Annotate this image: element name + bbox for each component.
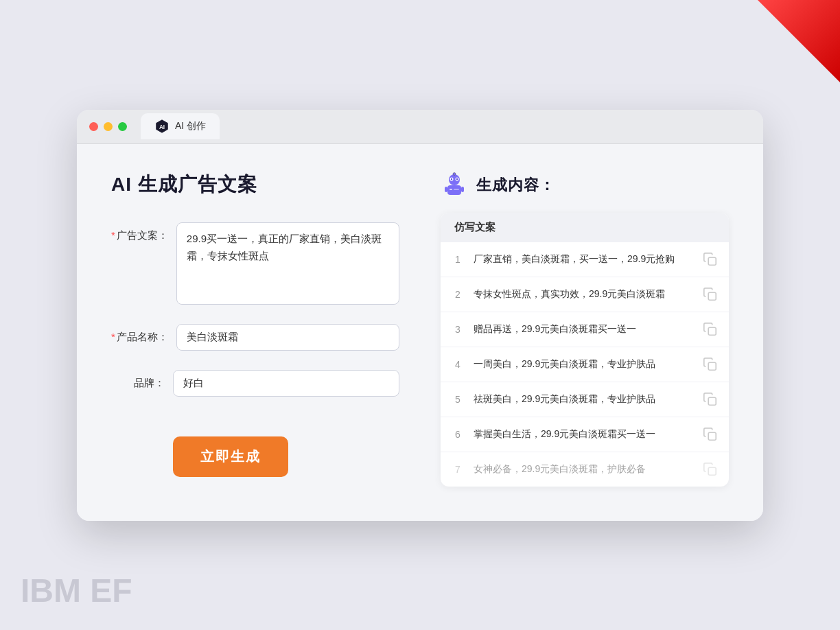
copy-icon[interactable]	[703, 462, 718, 477]
result-rows-container: 1 厂家直销，美白淡斑霜，买一送一，29.9元抢购 2 专抹女性斑点，真实功效，…	[441, 242, 729, 487]
ai-tab-icon: AI	[154, 119, 170, 134]
ad-copy-row: *广告文案：	[111, 222, 399, 305]
svg-rect-11	[454, 189, 459, 190]
row-number: 6	[452, 429, 464, 440]
svg-rect-14	[708, 257, 716, 265]
svg-rect-20	[708, 467, 716, 475]
generate-button[interactable]: 立即生成	[173, 436, 288, 477]
copy-icon[interactable]	[703, 357, 718, 372]
browser-window: AI AI 创作 AI 生成广告文案 *广告文案： *产品	[77, 110, 763, 521]
row-text: 厂家直销，美白淡斑霜，买一送一，29.9元抢购	[474, 252, 693, 266]
brand-row: 品牌：	[111, 370, 399, 397]
row-number: 5	[452, 394, 464, 405]
svg-rect-16	[708, 327, 716, 335]
brand-label: 品牌：	[111, 370, 173, 390]
page-title: AI 生成广告文案	[111, 172, 399, 198]
product-name-required: *	[111, 331, 115, 342]
result-row: 3 赠品再送，29.9元美白淡斑霜买一送一	[441, 312, 729, 347]
brand-input[interactable]	[173, 370, 399, 397]
product-name-label: *产品名称：	[111, 324, 176, 344]
result-table: 仿写文案 1 厂家直销，美白淡斑霜，买一送一，29.9元抢购 2 专抹女性斑点，…	[441, 213, 729, 487]
minimize-button[interactable]	[104, 122, 113, 131]
svg-rect-12	[445, 187, 447, 192]
copy-icon[interactable]	[703, 392, 718, 407]
browser-content: AI 生成广告文案 *广告文案： *产品名称： 品	[77, 144, 763, 521]
product-name-input[interactable]	[176, 324, 399, 351]
close-button[interactable]	[89, 122, 98, 131]
row-text: 掌握美白生活，29.9元美白淡斑霜买一送一	[474, 427, 693, 441]
copy-icon[interactable]	[703, 427, 718, 442]
row-text: 祛斑美白，29.9元美白淡斑霜，专业护肤品	[474, 392, 693, 406]
result-row: 6 掌握美白生活，29.9元美白淡斑霜买一送一	[441, 417, 729, 452]
left-panel: AI 生成广告文案 *广告文案： *产品名称： 品	[111, 172, 399, 477]
row-number: 3	[452, 324, 464, 335]
result-row: 4 一周美白，29.9元美白淡斑霜，专业护肤品	[441, 347, 729, 382]
ad-copy-input[interactable]	[176, 222, 399, 305]
result-row: 2 专抹女性斑点，真实功效，29.9元美白淡斑霜	[441, 277, 729, 312]
svg-rect-10	[450, 189, 452, 190]
result-row: 5 祛斑美白，29.9元美白淡斑霜，专业护肤品	[441, 382, 729, 417]
row-number: 2	[452, 289, 464, 300]
browser-titlebar: AI AI 创作	[77, 110, 763, 144]
tab-label: AI 创作	[175, 120, 206, 132]
maximize-button[interactable]	[118, 122, 127, 131]
product-name-row: *产品名称：	[111, 324, 399, 351]
result-row: 1 厂家直销，美白淡斑霜，买一送一，29.9元抢购	[441, 242, 729, 277]
result-header: 生成内容：	[441, 172, 729, 199]
svg-rect-19	[708, 432, 716, 440]
ad-copy-label: *广告文案：	[111, 222, 176, 242]
main-layout: AI 生成广告文案 *广告文案： *产品名称： 品	[111, 172, 729, 487]
row-number: 1	[452, 254, 464, 265]
row-text: 专抹女性斑点，真实功效，29.9元美白淡斑霜	[474, 287, 693, 301]
svg-point-9	[453, 172, 456, 175]
svg-text:AI: AI	[159, 124, 165, 130]
svg-point-6	[451, 178, 452, 179]
result-table-header: 仿写文案	[441, 213, 729, 242]
result-title: 生成内容：	[476, 175, 555, 196]
row-text: 一周美白，29.9元美白淡斑霜，专业护肤品	[474, 357, 693, 371]
deco-top-right	[758, 0, 840, 82]
right-panel: 生成内容： 仿写文案 1 厂家直销，美白淡斑霜，买一送一，29.9元抢购 2 专…	[441, 172, 729, 487]
ai-tab[interactable]: AI AI 创作	[141, 113, 220, 139]
copy-icon[interactable]	[703, 322, 718, 337]
row-text: 女神必备，29.9元美白淡斑霜，护肤必备	[474, 462, 693, 476]
deco-bottom-left: IBM EF	[21, 572, 132, 609]
svg-rect-15	[708, 292, 716, 300]
copy-icon[interactable]	[703, 287, 718, 302]
svg-point-7	[456, 178, 458, 179]
result-row: 7 女神必备，29.9元美白淡斑霜，护肤必备	[441, 452, 729, 487]
row-number: 7	[452, 464, 464, 475]
copy-icon[interactable]	[703, 252, 718, 267]
svg-rect-17	[708, 362, 716, 370]
ad-copy-required: *	[111, 229, 115, 241]
traffic-lights	[89, 122, 127, 131]
row-number: 4	[452, 359, 464, 370]
robot-icon	[441, 172, 468, 199]
row-text: 赠品再送，29.9元美白淡斑霜买一送一	[474, 322, 693, 336]
svg-rect-18	[708, 397, 716, 405]
svg-rect-13	[461, 187, 464, 192]
